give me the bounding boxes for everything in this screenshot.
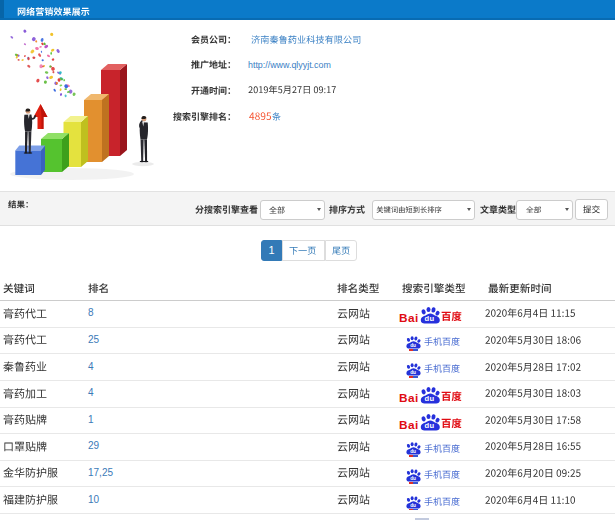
svg-text:du: du <box>410 450 416 455</box>
svg-text:Bai: Bai <box>399 391 419 405</box>
svg-text:du: du <box>410 343 416 348</box>
svg-text:du: du <box>425 315 435 324</box>
svg-text:du: du <box>425 395 435 404</box>
svg-text:Bai: Bai <box>399 311 419 325</box>
svg-text:du: du <box>410 476 416 481</box>
svg-text:du: du <box>410 370 416 375</box>
svg-text:du: du <box>425 421 435 430</box>
svg-text:du: du <box>410 503 416 508</box>
svg-text:Bai: Bai <box>399 417 419 431</box>
